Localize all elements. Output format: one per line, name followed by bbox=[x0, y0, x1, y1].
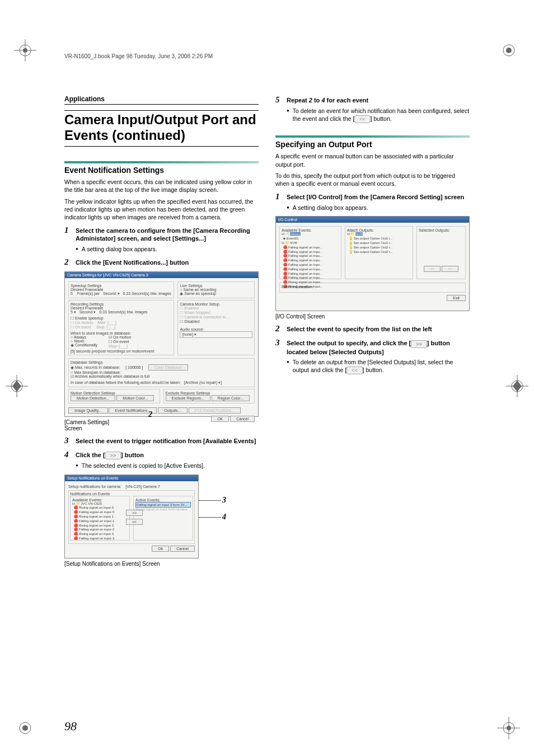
accent-rule bbox=[64, 161, 259, 163]
step-text: Click the [>>] button bbox=[76, 450, 144, 459]
screenshot-caption: [I/O Control] Screen bbox=[275, 313, 470, 320]
step-text: Select the event to specify from the lis… bbox=[287, 324, 432, 334]
step-number: 5 bbox=[275, 95, 283, 105]
divider bbox=[64, 104, 259, 105]
step-text: Select the event to trigger notification… bbox=[76, 436, 256, 445]
callout-number: 4 bbox=[222, 513, 226, 522]
accent-rule bbox=[275, 135, 470, 138]
page-meta: VR-N1600_J.book Page 98 Tuesday, June 3,… bbox=[64, 53, 213, 59]
crop-mark-icon bbox=[6, 375, 28, 397]
svg-point-17 bbox=[507, 726, 511, 730]
step-text: Repeat 2 to 4 for each event bbox=[287, 95, 368, 105]
crop-mark-icon bbox=[14, 39, 36, 62]
step-text: Select the output to specify, and click … bbox=[287, 338, 470, 355]
bullet-text: A setting dialog box appears. bbox=[76, 245, 259, 253]
subheading-event-notification: Event Notification Settings bbox=[64, 166, 259, 175]
callout-number: 2 bbox=[148, 410, 152, 419]
arrow-left-button-icon: << bbox=[354, 115, 371, 123]
crop-mark-icon bbox=[506, 375, 528, 397]
body-text: When a specific event occurs, this can b… bbox=[64, 178, 259, 194]
arrow-left-button-icon: << bbox=[346, 367, 363, 374]
svg-point-3 bbox=[23, 48, 27, 53]
bullet-text: To delete an event for which notificatio… bbox=[287, 107, 470, 123]
step-number: 3 bbox=[275, 338, 283, 355]
body-text: A specific event or manual button can be… bbox=[275, 152, 470, 168]
subheading-output-port: Specifying an Output Port bbox=[275, 140, 470, 149]
crop-mark-icon bbox=[14, 717, 36, 739]
screenshot-caption: [Setup Notifications on Events] Screen bbox=[64, 561, 259, 567]
screenshot-io-control: I/O Control Available Events: ⊟ 🕐 Histor… bbox=[275, 216, 470, 311]
dialog-titlebar: Setup Notifications on Events bbox=[65, 475, 198, 481]
step-number: 2 bbox=[64, 257, 72, 267]
crop-mark-icon bbox=[498, 39, 520, 62]
svg-point-13 bbox=[22, 725, 28, 731]
screenshot-camera-settings: Camera Settings for [JVC VN-C625] Camera… bbox=[64, 271, 259, 417]
step-number: 1 bbox=[64, 226, 72, 243]
callout-line bbox=[199, 517, 221, 518]
section-label: Applications bbox=[64, 95, 259, 103]
bullet-text: The selected event is copied to [Active … bbox=[76, 462, 259, 469]
callout-number: 3 bbox=[222, 496, 226, 505]
step-number: 1 bbox=[275, 192, 283, 201]
step-text: Select the camera to configure from the … bbox=[76, 226, 259, 243]
dialog-titlebar: I/O Control bbox=[276, 217, 469, 223]
dialog-titlebar: Camera Settings for [JVC VN-C625] Camera… bbox=[65, 272, 258, 278]
crop-mark-icon bbox=[498, 717, 520, 739]
step-number: 4 bbox=[64, 450, 72, 459]
bullet-text: A setting dialog box appears. bbox=[287, 204, 470, 212]
callout-line bbox=[199, 500, 221, 501]
bullet-text: To delete an output from the [Selected O… bbox=[287, 358, 470, 374]
arrow-right-button-icon: >> bbox=[105, 452, 121, 459]
step-text: Select [I/O Control] from the [Camera Re… bbox=[287, 192, 464, 201]
step-number: 2 bbox=[275, 324, 283, 334]
screenshot-setup-notifications: Setup Notifications on Events Setup noti… bbox=[64, 475, 199, 558]
page-title: Camera Input/Output Port and Events (con… bbox=[64, 110, 259, 147]
arrow-right-button-icon: >> bbox=[411, 340, 427, 348]
step-number: 3 bbox=[64, 436, 72, 445]
page-number: 98 bbox=[64, 719, 77, 734]
body-text: To do this, specify the output port from… bbox=[275, 172, 470, 187]
step-text: Click the [Event Notifications...] butto… bbox=[76, 257, 189, 267]
svg-point-5 bbox=[506, 48, 512, 53]
body-text: The yellow indicator lights up when the … bbox=[64, 198, 259, 222]
